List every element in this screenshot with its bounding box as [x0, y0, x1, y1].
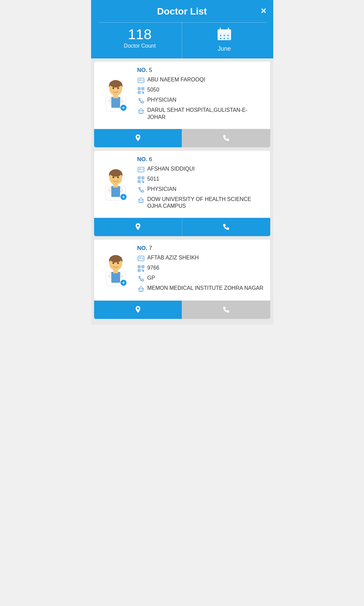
stethoscope-icon — [137, 186, 145, 194]
svg-point-42 — [112, 176, 114, 178]
svg-text:+: + — [122, 105, 124, 110]
svg-point-9 — [227, 38, 229, 39]
svg-point-6 — [227, 35, 229, 36]
month-stat[interactable]: June — [182, 23, 267, 58]
svg-point-79 — [139, 257, 141, 259]
doctor-card: + NO. 5 ABU NAEEM FARO — [94, 61, 271, 148]
home-icon — [137, 107, 145, 115]
svg-text:+: + — [122, 194, 124, 200]
id-card-icon — [137, 166, 145, 173]
svg-point-96 — [137, 307, 139, 309]
qr-icon — [137, 265, 145, 272]
svg-rect-60 — [143, 180, 143, 181]
svg-point-14 — [117, 87, 119, 89]
phone-button[interactable] — [182, 218, 270, 236]
specialty-row: PHYSICIAN — [137, 186, 265, 194]
hospital-row: DOW UNIVERSITY OF HEALTH SCIENCE OJHA CA… — [137, 196, 265, 210]
svg-rect-59 — [142, 180, 142, 181]
card-actions — [94, 300, 270, 319]
doctor-card: + NO. 6 AFSHAN SIDDIQU — [94, 150, 271, 237]
phone-button[interactable] — [182, 301, 270, 319]
qr-icon — [137, 87, 145, 94]
doctor-name: ABU NAEEM FAROOQI — [147, 76, 205, 83]
svg-point-13 — [112, 87, 114, 89]
doctor-count-stat: 118 Doctor Count — [98, 23, 183, 58]
stethoscope-icon — [137, 97, 145, 104]
code-row: 5050 — [137, 86, 265, 94]
svg-rect-33 — [143, 92, 144, 94]
svg-point-4 — [220, 35, 221, 36]
doctor-hospital: DOW UNIVERSITY OF HEALTH SCIENCE OJHA CA… — [147, 196, 265, 210]
svg-rect-56 — [142, 177, 143, 178]
location-button[interactable] — [94, 129, 182, 147]
card-info: NO. 7 AFTAB AZIZ SHEIKH — [137, 245, 265, 295]
svg-rect-95 — [140, 290, 142, 292]
svg-text:+: + — [122, 280, 124, 285]
id-card-icon — [137, 255, 145, 262]
svg-rect-83 — [139, 266, 140, 267]
svg-rect-87 — [139, 270, 140, 271]
card-info: NO. 6 AFSHAN SIDDIQUI — [137, 156, 265, 212]
svg-point-12 — [110, 81, 121, 87]
svg-point-38 — [137, 136, 139, 138]
svg-rect-85 — [142, 266, 143, 267]
svg-rect-61 — [142, 181, 142, 182]
hospital-row: DARUL SEHAT HOSPITAL,GULISTAN-E-JOHAR — [137, 107, 265, 121]
doctor-number: NO. 6 — [137, 156, 265, 163]
svg-point-70 — [110, 256, 121, 262]
code-row: 5011 — [137, 176, 265, 183]
specialty-row: PHYSICIAN — [137, 97, 265, 104]
svg-rect-78 — [138, 256, 144, 261]
svg-rect-17 — [113, 95, 118, 98]
qr-icon — [137, 176, 145, 183]
svg-rect-58 — [139, 181, 140, 182]
doctor-avatar: + — [99, 67, 133, 123]
svg-point-41 — [110, 170, 121, 177]
month-label: June — [218, 45, 231, 52]
svg-point-21 — [139, 79, 141, 81]
page-title: Doctor List — [98, 6, 267, 22]
phone-button[interactable] — [182, 129, 270, 147]
doctor-code: 5011 — [147, 176, 160, 183]
svg-rect-25 — [139, 88, 140, 89]
svg-point-8 — [224, 38, 225, 39]
svg-rect-31 — [143, 91, 143, 92]
id-card-icon — [137, 77, 145, 84]
svg-rect-1 — [218, 29, 231, 33]
svg-point-43 — [117, 176, 119, 178]
card-body: + NO. 7 AFTAB AZIZ SHE — [94, 239, 270, 300]
card-body: + NO. 6 AFSHAN SIDDIQU — [94, 151, 270, 218]
doctor-name: AFSHAN SIDDIQUI — [147, 166, 195, 173]
header: Doctor List × 118 Doctor Count — [91, 0, 273, 58]
doctor-list: + NO. 5 ABU NAEEM FARO — [91, 58, 273, 325]
doctor-count-number: 118 — [128, 27, 151, 42]
svg-point-5 — [224, 35, 225, 36]
location-button[interactable] — [94, 301, 182, 319]
svg-rect-90 — [142, 270, 142, 271]
code-row: 9766 — [137, 264, 265, 272]
doctor-number: NO. 7 — [137, 245, 265, 252]
svg-point-7 — [220, 38, 221, 39]
close-button[interactable]: × — [261, 6, 266, 16]
doctor-avatar: + — [99, 245, 133, 295]
doctor-hospital: DARUL SEHAT HOSPITAL,GULISTAN-E-JOHAR — [147, 107, 265, 121]
svg-rect-75 — [113, 270, 118, 273]
calendar-icon — [217, 27, 232, 44]
svg-rect-49 — [138, 167, 144, 172]
svg-rect-29 — [139, 92, 140, 93]
svg-rect-74 — [111, 272, 120, 283]
svg-rect-88 — [142, 269, 142, 270]
name-row: AFSHAN SIDDIQUI — [137, 166, 265, 173]
doctor-count-label: Doctor Count — [124, 43, 156, 49]
doctor-hospital: MEMON MEDICAL INSTITUTE ZOHRA NAGAR — [147, 285, 263, 292]
svg-rect-45 — [111, 186, 120, 197]
name-row: ABU NAEEM FAROOQI — [137, 76, 265, 84]
no-label: NO. — [137, 67, 147, 73]
no-label: NO. — [137, 156, 147, 162]
hospital-row: MEMON MEDICAL INSTITUTE ZOHRA NAGAR — [137, 285, 265, 293]
svg-rect-46 — [113, 184, 118, 187]
doctor-specialty: PHYSICIAN — [147, 186, 176, 193]
home-icon — [137, 285, 145, 293]
specialty-row: GP — [137, 275, 265, 282]
location-button[interactable] — [94, 218, 182, 236]
